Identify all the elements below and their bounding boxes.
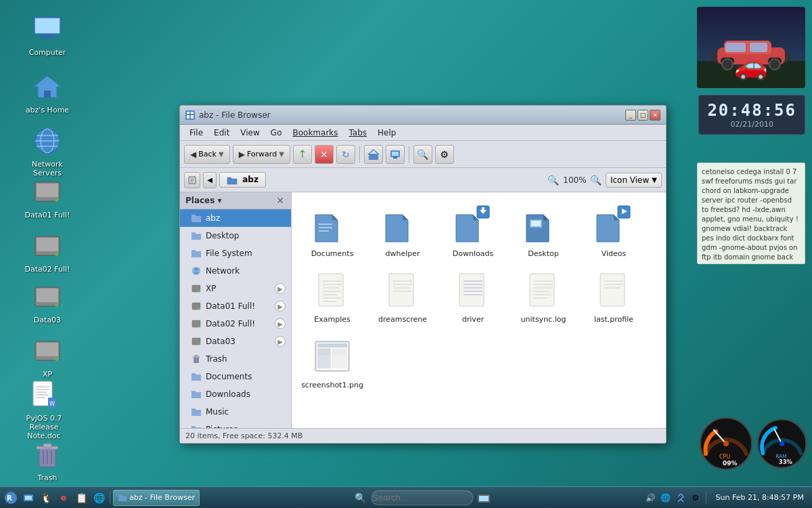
desktop-icon-pvjos[interactable]: W PvjOS 0.7 Release Note.doc <box>17 376 71 443</box>
menu-file[interactable]: File <box>185 127 207 139</box>
sidebar-item-desktop[interactable]: Desktop <box>180 227 291 245</box>
places-title: Places ▾ <box>185 196 222 205</box>
view-mode-selector[interactable]: Icon View ▼ <box>606 173 662 188</box>
menu-view[interactable]: View <box>236 127 263 139</box>
driver-icon <box>451 269 495 312</box>
file-item-unitsync[interactable]: unitsync.log <box>510 265 577 328</box>
sidebar-item-data02[interactable]: Data02 Full! ▶ <box>180 315 291 333</box>
desktop-icon-xp[interactable]: XP <box>20 332 74 381</box>
taskbar-icon-2[interactable]: 🐧 <box>38 490 54 506</box>
file-item-dwhelper[interactable]: dwhelper <box>369 199 436 262</box>
sidebar-item-abz[interactable]: abz <box>180 209 291 227</box>
search-button[interactable]: 🔍 <box>413 145 432 164</box>
clock-time: 20:48:56 <box>707 101 796 120</box>
taskbar-apps-button[interactable]: R <box>3 490 19 506</box>
svg-rect-11 <box>37 184 58 197</box>
up-button[interactable]: ↑ <box>293 145 312 164</box>
speedometer-widget: CPU 09% RAM 33% <box>697 406 809 481</box>
sidebar-item-pictures[interactable]: Pictures <box>180 421 291 428</box>
data02-expand-arrow[interactable]: ▶ <box>275 318 286 329</box>
file-item-driver[interactable]: driver <box>439 265 507 328</box>
documents-folder-icon <box>191 371 202 382</box>
sidebar-item-trash[interactable]: Trash <box>180 350 291 368</box>
sidebar-item-xp[interactable]: XP ▶ <box>180 280 291 297</box>
file-item-dreamscrene[interactable]: dreamscrene <box>369 265 436 328</box>
file-item-examples[interactable]: Examples <box>298 265 366 328</box>
sidebar-item-data03[interactable]: Data03 ▶ <box>180 333 291 350</box>
notes-text: cetoneiso cedega install 0 7 swf freefor… <box>702 168 798 264</box>
back-button[interactable]: ◀ Back ▼ <box>184 145 230 164</box>
downloads-folder-icon <box>191 389 202 400</box>
taskbar-icon-1[interactable] <box>20 490 37 506</box>
reload-button[interactable]: ↻ <box>336 145 355 164</box>
svg-point-46 <box>769 59 780 70</box>
taskbar-active-window[interactable]: abz - File Browser <box>113 490 200 506</box>
sidebar-item-data01[interactable]: Data01 Full! ▶ <box>180 297 291 315</box>
tray-icon-settings[interactable]: ⚙ <box>690 492 702 504</box>
zoom-out-button[interactable]: 🔍 <box>547 173 560 187</box>
desktop-icon-home-label: abz's Home <box>23 106 72 114</box>
file-item-downloads[interactable]: Downloads <box>439 199 507 262</box>
content-area: Places ▾ ✕ abz Desktop <box>180 192 666 428</box>
computer-button[interactable] <box>386 145 405 164</box>
xp-expand-arrow[interactable]: ▶ <box>275 283 286 294</box>
trash-sidebar-icon <box>191 354 202 364</box>
minimize-button[interactable]: _ <box>625 110 636 121</box>
stop-button[interactable]: ✕ <box>315 145 334 164</box>
maximize-button[interactable]: □ <box>637 110 648 121</box>
taskbar-separator <box>110 491 110 505</box>
titlebar-left: abz - File Browser <box>185 110 271 120</box>
sidebar-close-button[interactable]: ✕ <box>275 195 286 206</box>
data03-expand-arrow[interactable]: ▶ <box>275 336 286 347</box>
tray-separator <box>706 491 706 505</box>
file-item-videos[interactable]: Videos <box>580 199 648 262</box>
nav-back-button[interactable]: ◀ <box>203 172 217 188</box>
music-folder-icon <box>191 406 202 417</box>
home-button[interactable] <box>364 145 383 164</box>
current-folder[interactable]: abz <box>219 172 266 188</box>
tray-icon-volume[interactable]: 🔊 <box>645 492 657 504</box>
file-item-desktop[interactable]: Desktop <box>510 199 577 262</box>
tray-icon-network[interactable]: 🌐 <box>660 492 672 504</box>
sidebar-item-network[interactable]: Network <box>180 262 291 280</box>
file-item-screenshot[interactable]: screenshot1.png <box>298 331 366 394</box>
taskbar-search-area: 🔍 <box>353 490 492 506</box>
taskbar-icon-4[interactable]: 📋 <box>73 490 89 506</box>
zoom-in-button[interactable]: 🔍 <box>589 173 603 187</box>
desktop-icon-data01[interactable]: Data01 Full! <box>20 173 74 222</box>
menu-tabs[interactable]: Tabs <box>345 127 371 139</box>
desktop-icon-home[interactable]: abz's Home <box>20 68 74 117</box>
svg-rect-4 <box>44 91 51 98</box>
svg-point-54 <box>779 441 784 446</box>
svg-point-69 <box>198 289 200 292</box>
taskbar-screenshot-icon[interactable] <box>476 490 492 506</box>
taskbar-icon-5[interactable]: 🌐 <box>91 490 107 506</box>
menu-go[interactable]: Go <box>267 127 286 139</box>
sidebar-item-filesystem[interactable]: File System <box>180 245 291 262</box>
menu-edit[interactable]: Edit <box>210 127 233 139</box>
menu-help[interactable]: Help <box>374 127 400 139</box>
tray-icon-bluetooth[interactable] <box>675 492 687 504</box>
file-item-documents[interactable]: Documents <box>298 199 366 262</box>
desktop-icon-data02[interactable]: Data02 Full! <box>20 227 74 276</box>
sidebar-item-downloads[interactable]: Downloads <box>180 385 291 403</box>
data01-expand-arrow[interactable]: ▶ <box>275 301 286 312</box>
sidebar-item-music[interactable]: Music <box>180 403 291 421</box>
taskbar-search-input[interactable] <box>371 490 473 505</box>
svg-rect-80 <box>319 227 332 228</box>
desktop-icon-network[interactable]: Network Servers <box>20 122 74 180</box>
videos-file-label: Videos <box>582 249 646 258</box>
menu-bookmarks[interactable]: Bookmarks <box>288 127 342 139</box>
taskbar-icon-3[interactable]: e <box>55 490 72 506</box>
edit-location-button[interactable] <box>184 172 200 188</box>
file-item-last-profile[interactable]: last.profile <box>580 265 648 328</box>
svg-point-75 <box>198 342 200 345</box>
close-button[interactable]: ✕ <box>650 110 660 121</box>
desktop-icon-trash[interactable]: Trash <box>20 436 74 485</box>
taskbar-search-icon[interactable]: 🔍 <box>353 490 369 506</box>
forward-button[interactable]: ▶ Forward ▼ <box>233 145 290 164</box>
desktop-icon-computer[interactable]: Computer <box>20 10 74 60</box>
sidebar-item-documents[interactable]: Documents <box>180 368 291 385</box>
desktop-icon-data03[interactable]: Data03 <box>20 278 74 327</box>
last-profile-label: last.profile <box>582 315 646 324</box>
